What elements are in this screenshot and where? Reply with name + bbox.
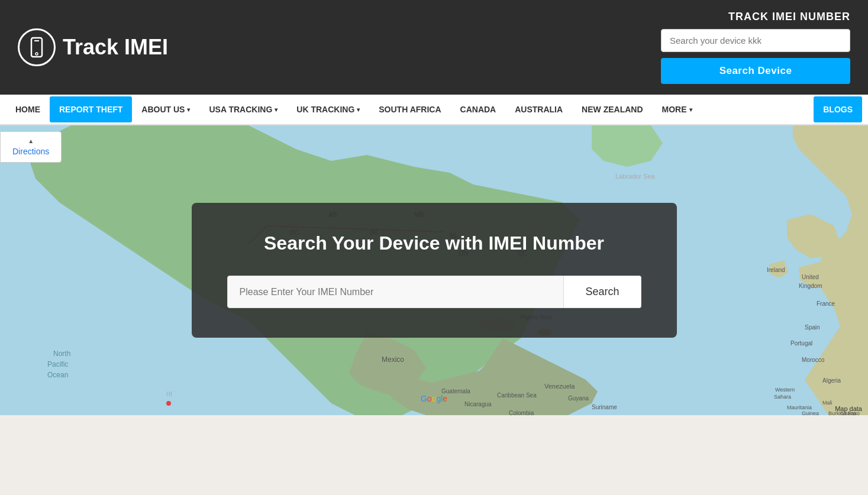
- footer-area: [0, 415, 868, 474]
- sidebar-item-new-zealand[interactable]: NEW ZEALAND: [572, 96, 652, 122]
- logo-area: Track IMEI: [18, 28, 168, 66]
- sidebar-item-about-us[interactable]: ABOUT US ▾: [132, 96, 199, 122]
- sidebar-item-australia[interactable]: AUSTRALIA: [505, 96, 572, 122]
- search-device-input[interactable]: [661, 29, 850, 52]
- svg-text:Kingdom: Kingdom: [799, 283, 822, 289]
- header: Track IMEI TRACK IMEI NUMBER Search Devi…: [0, 0, 868, 95]
- svg-text:North: North: [53, 350, 70, 358]
- svg-text:Caribbean Sea: Caribbean Sea: [497, 392, 537, 399]
- svg-text:Pacific: Pacific: [47, 360, 68, 368]
- svg-text:Ocean: Ocean: [47, 371, 68, 379]
- header-right: TRACK IMEI NUMBER Search Device: [661, 11, 850, 84]
- svg-text:Mali: Mali: [822, 400, 832, 406]
- directions-popup[interactable]: Directions: [0, 131, 62, 163]
- svg-text:Western: Western: [775, 387, 795, 393]
- svg-text:Ireland: Ireland: [767, 267, 785, 273]
- more-arrow-icon: ▾: [689, 106, 692, 113]
- sidebar-item-south-africa[interactable]: SOUTH AFRICA: [369, 96, 450, 122]
- imei-input[interactable]: [227, 276, 564, 308]
- sidebar-item-more[interactable]: MORE ▾: [653, 96, 702, 122]
- svg-point-2: [36, 53, 38, 55]
- svg-text:Morocco: Morocco: [802, 357, 825, 363]
- map-data-label: Map data: [835, 405, 862, 412]
- svg-text:Portugal: Portugal: [790, 340, 812, 347]
- sidebar-item-home[interactable]: HOME: [6, 96, 50, 122]
- about-us-arrow-icon: ▾: [187, 106, 190, 113]
- svg-text:France: France: [817, 300, 835, 307]
- svg-text:Spain: Spain: [805, 324, 820, 331]
- svg-text:Algeria: Algeria: [822, 377, 841, 384]
- map-container: North Pacific Ocean Labrador Sea AB MB B…: [0, 125, 868, 415]
- svg-text:Guyana: Guyana: [568, 395, 589, 402]
- directions-label: Directions: [12, 147, 49, 156]
- logo-text: Track IMEI: [63, 35, 168, 60]
- sidebar-item-usa-tracking[interactable]: USA TRACKING ▾: [199, 96, 287, 122]
- svg-text:Sahara: Sahara: [774, 394, 791, 400]
- search-overlay-title: Search Your Device with IMEI Number: [227, 232, 641, 254]
- svg-text:Nicaragua: Nicaragua: [464, 401, 492, 407]
- google-watermark: Google: [421, 394, 447, 403]
- search-button[interactable]: Search: [564, 276, 641, 308]
- svg-text:Suriname: Suriname: [592, 404, 617, 410]
- uk-tracking-arrow-icon: ▾: [357, 106, 360, 113]
- svg-text:Colombia: Colombia: [509, 410, 534, 415]
- navbar: HOME REPORT THEFT ABOUT US ▾ USA TRACKIN…: [0, 95, 868, 125]
- sidebar-item-canada[interactable]: CANADA: [451, 96, 506, 122]
- sidebar-item-uk-tracking[interactable]: UK TRACKING ▾: [287, 96, 369, 122]
- svg-point-45: [166, 401, 171, 406]
- logo-icon: [18, 28, 56, 66]
- svg-text:Mexico: Mexico: [382, 355, 404, 364]
- search-device-button[interactable]: Search Device: [661, 58, 850, 84]
- svg-text:HI: HI: [166, 391, 172, 397]
- track-imei-title: TRACK IMEI NUMBER: [728, 11, 850, 23]
- svg-text:Guinea: Guinea: [802, 410, 819, 415]
- svg-text:Mauritania: Mauritania: [787, 405, 812, 410]
- usa-tracking-arrow-icon: ▾: [275, 106, 277, 113]
- search-row: Search: [227, 276, 641, 308]
- sidebar-item-blogs[interactable]: BLOGS: [814, 96, 862, 122]
- search-overlay: Search Your Device with IMEI Number Sear…: [192, 203, 677, 338]
- svg-text:Labrador Sea: Labrador Sea: [615, 173, 656, 180]
- svg-text:Venezuela: Venezuela: [544, 383, 575, 390]
- svg-text:United: United: [802, 274, 819, 280]
- sidebar-item-report-theft[interactable]: REPORT THEFT: [50, 96, 132, 122]
